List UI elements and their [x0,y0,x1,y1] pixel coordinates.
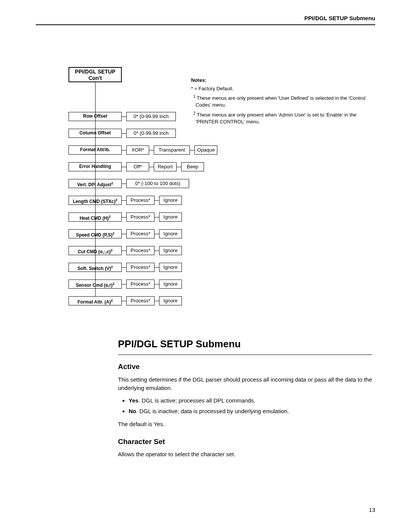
menu-item-label: Sensor Cmd (e,r)2 [68,280,122,289]
menu-option: Process* [126,280,155,289]
menu-option: Process* [126,229,155,238]
menu-tree-diagram: PPI/DGL SETUP Con't Row Offset0* (0-99.9… [36,67,375,326]
connector [122,133,126,134]
notes-star: * = Factory Default. [191,85,368,92]
menu-item-label: Vert. DPI Adjust2 [68,179,122,188]
menu-option: Off* [126,162,149,171]
body-text: PPI/DGL SETUP Submenu Active This settin… [118,337,372,459]
connector [149,150,154,150]
notes-2: 2 These menus are only present when 'Adm… [191,111,368,125]
header-rule [36,24,375,25]
menu-option: Ignore [159,196,182,205]
connector [122,217,126,217]
notes-block: Notes: * = Factory Default. 1 These menu… [191,77,368,127]
active-bullet-no: No. DGL is inactive; data is processed b… [129,407,372,415]
menu-option: Ignore [159,296,182,305]
menu-item-label: Format Attr. (A)2 [68,296,122,305]
menu-option: Ignore [159,212,182,222]
menu-item-label: Row Offset [68,112,122,121]
menu-option: Ignore [159,229,182,238]
running-header: PPI/DGL SETUP Submenu [36,14,375,22]
menu-option: Process* [126,263,155,272]
menu-option: Process* [126,196,155,205]
menu-item-label: Cut CMD (o,:,c)2 [68,246,122,255]
connector [155,251,159,251]
active-default: The default is Yes. [118,420,372,428]
active-heading: Active [118,362,372,372]
connector [155,284,159,284]
connector [177,167,181,167]
notes-heading: Notes: [191,77,368,84]
active-no-text: . DGL is inactive; data is processed by … [136,408,289,414]
menu-option: 0* (0-99.99 inch [126,129,176,138]
menu-option: Ignore [159,280,182,289]
menu-option: Beep [181,162,204,171]
menu-item-label: Heat CMD (H)2 [68,212,122,222]
connector [122,167,126,167]
charset-heading: Character Set [118,437,372,447]
connector [122,184,126,184]
menu-item-label: Format Attrib. [68,145,122,155]
connector [122,234,126,234]
connector [122,301,126,301]
active-bullet-yes: Yes. DGL is active; processes all DPL co… [129,396,372,405]
active-yes-label: Yes [129,397,139,404]
menu-item-label: Length CMD (STXc)2 [68,196,122,205]
notes-2-text: These menus are only present when 'Admin… [196,112,357,125]
connector [155,267,159,268]
menu-option: Ignore [159,263,182,272]
menu-item-label: Soft. Switch (V)2 [68,263,122,272]
menu-option: 0* (-100 to 100 dots) [126,179,189,188]
menu-option: Report [154,162,177,171]
connector [149,167,154,167]
notes-1: 1 These menus are only present when 'Use… [191,94,368,108]
menu-item-label: Speed CMD (P,S)2 [68,229,122,238]
menu-item-label: Error Handling [68,162,122,171]
page-number: 13 [369,506,375,514]
active-no-label: No [129,408,136,414]
menu-option: Transparent [154,145,190,155]
active-intro: This setting determines if the DGL parse… [118,375,372,392]
menu-option: Process* [126,246,155,255]
connector [155,301,159,301]
section-title: PPI/DGL SETUP Submenu [118,337,372,351]
charset-text: Allows the operator to select the charac… [118,450,372,459]
menu-option: Process* [126,212,155,222]
connector [155,217,159,217]
menu-option: Ignore [159,246,182,255]
menu-item-label: Column Offset [68,129,122,138]
menu-option: 0* (0-99.99 Inch [126,112,176,121]
section-rule [118,355,372,355]
connector [155,200,159,201]
connector [190,150,194,150]
root-title-line1: PPI/DGL SETUP [69,69,121,75]
connector [122,284,126,284]
menu-option: Process* [126,296,155,305]
menu-option: XOR* [126,145,149,155]
notes-1-text: These menus are only present when 'User … [196,96,365,108]
connector [122,267,126,268]
connector [122,251,126,251]
connector [155,234,159,234]
active-yes-text: . DGL is active; processes all DPL comma… [139,397,255,404]
root-box: PPI/DGL SETUP Con't [68,67,122,82]
menu-option: Opaque [194,145,217,155]
connector [122,200,126,201]
connector [122,117,126,117]
root-title-line2: Con't [69,75,121,81]
connector [122,150,126,150]
